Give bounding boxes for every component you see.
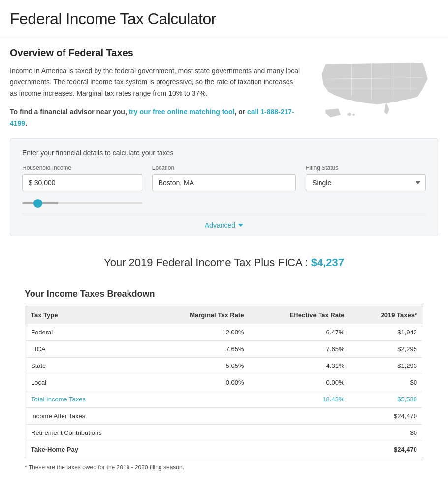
effective-rate-cell (250, 441, 351, 458)
location-input[interactable] (152, 174, 296, 191)
col-header-marginal: Marginal Tax Rate (150, 306, 250, 324)
chevron-down-icon (238, 224, 243, 227)
breakdown-section: Your Income Taxes Breakdown Tax Type Mar… (10, 289, 438, 471)
effective-rate-cell (250, 407, 351, 424)
filing-status-field-group: Filing Status Single Married Filing Join… (306, 165, 426, 191)
page-header: Federal Income Tax Calculator (0, 0, 448, 37)
effective-rate-cell: 0.00% (250, 374, 351, 391)
tax-type-cell: Local (25, 374, 150, 391)
tax-type-cell: Income After Taxes (25, 407, 150, 424)
tax-table-body: Federal12.00%6.47%$1,942FICA7.65%7.65%$2… (25, 324, 423, 458)
overview-description: Income in America is taxed by the federa… (10, 66, 300, 99)
result-section: Your 2019 Federal Income Tax Plus FICA :… (10, 251, 438, 274)
table-row: State5.05%4.31%$1,293 (25, 357, 423, 374)
table-row: Take-Home Pay$24,470 (25, 441, 423, 458)
cta-prefix: To find a financial advisor near you, (10, 108, 129, 116)
advanced-toggle: Advanced (22, 214, 426, 236)
col-header-tax-type: Tax Type (25, 306, 150, 324)
marginal-rate-cell (150, 407, 250, 424)
calculator-section: Enter your financial details to calculat… (10, 138, 438, 236)
income-field-group: Household Income (22, 165, 142, 206)
calc-fields: Household Income Location Filing Status … (22, 165, 426, 206)
filing-status-select[interactable]: Single Married Filing Jointly Married Fi… (306, 174, 426, 191)
taxes-cell: $2,295 (350, 340, 423, 357)
taxes-cell: $24,470 (350, 441, 423, 458)
overview-cta: To find a financial advisor near you, tr… (10, 106, 300, 129)
location-label: Location (152, 165, 296, 171)
table-row: FICA7.65%7.65%$2,295 (25, 340, 423, 357)
table-row: Local0.00%0.00%$0 (25, 374, 423, 391)
advanced-button[interactable]: Advanced (205, 221, 243, 229)
effective-rate-cell: 6.47% (250, 324, 351, 340)
marginal-rate-cell: 7.65% (150, 340, 250, 357)
effective-rate-cell: 18.43% (250, 391, 351, 407)
taxes-cell: $0 (350, 374, 423, 391)
tax-type-cell: Take-Home Pay (25, 441, 150, 458)
effective-rate-cell: 7.65% (250, 340, 351, 357)
col-header-effective: Effective Tax Rate (250, 306, 351, 324)
table-header-row: Tax Type Marginal Tax Rate Effective Tax… (25, 306, 423, 324)
marginal-rate-cell (150, 391, 250, 407)
breakdown-heading: Your Income Taxes Breakdown (25, 289, 423, 299)
marginal-rate-cell: 5.05% (150, 357, 250, 374)
table-row: Total Income Taxes18.43%$5,530 (25, 391, 423, 407)
marginal-rate-cell (150, 441, 250, 458)
marginal-rate-cell: 12.00% (150, 324, 250, 340)
effective-rate-cell: 4.31% (250, 357, 351, 374)
tax-table: Tax Type Marginal Tax Rate Effective Tax… (25, 306, 423, 458)
filing-status-label: Filing Status (306, 165, 426, 171)
income-label: Household Income (22, 165, 142, 171)
cta-middle: , or (234, 108, 247, 116)
marginal-rate-cell (150, 424, 250, 441)
table-row: Federal12.00%6.47%$1,942 (25, 324, 423, 340)
us-map-container (310, 47, 438, 128)
taxes-cell: $1,942 (350, 324, 423, 340)
page-title: Federal Income Tax Calculator (10, 10, 438, 28)
location-field-group: Location (152, 165, 296, 191)
taxes-cell: $5,530 (350, 391, 423, 407)
overview-heading: Overview of Federal Taxes (10, 47, 300, 59)
tax-type-cell: FICA (25, 340, 150, 357)
us-map (310, 47, 438, 126)
taxes-cell: $1,293 (350, 357, 423, 374)
overview-section: Overview of Federal Taxes Income in Amer… (10, 47, 438, 129)
marginal-rate-cell: 0.00% (150, 374, 250, 391)
main-content: Overview of Federal Taxes Income in Amer… (0, 37, 448, 496)
tax-type-cell: Retirement Contributions (25, 424, 150, 441)
footnote: * These are the taxes owed for the 2019 … (25, 464, 423, 471)
table-row: Income After Taxes$24,470 (25, 407, 423, 424)
result-amount: $4,237 (311, 256, 344, 268)
col-header-taxes: 2019 Taxes* (350, 306, 423, 324)
overview-text: Overview of Federal Taxes Income in Amer… (10, 47, 300, 129)
result-heading-prefix: Your 2019 Federal Income Tax Plus FICA : (104, 256, 311, 268)
result-heading: Your 2019 Federal Income Tax Plus FICA :… (104, 256, 344, 268)
advanced-label: Advanced (205, 221, 235, 229)
income-slider-container (22, 198, 142, 206)
taxes-cell: $24,470 (350, 407, 423, 424)
tax-type-cell: Federal (25, 324, 150, 340)
calc-prompt: Enter your financial details to calculat… (22, 149, 426, 157)
taxes-cell: $0 (350, 424, 423, 441)
tax-type-cell: Total Income Taxes (25, 391, 150, 407)
effective-rate-cell (250, 424, 351, 441)
table-row: Retirement Contributions$0 (25, 424, 423, 441)
income-slider[interactable] (22, 202, 142, 204)
tax-type-cell: State (25, 357, 150, 374)
income-input[interactable] (22, 174, 142, 191)
cta-link-matching-tool[interactable]: try our free online matching tool (129, 108, 235, 116)
cta-suffix: . (25, 119, 27, 127)
